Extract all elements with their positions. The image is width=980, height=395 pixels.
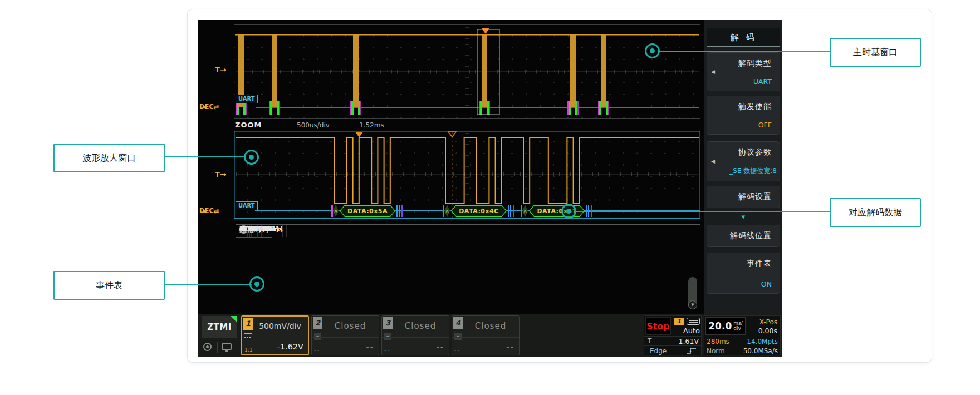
- divider: [644, 336, 701, 337]
- quick-tools: [202, 341, 237, 356]
- gesture-icon[interactable]: [203, 343, 212, 351]
- menu-item-3[interactable]: ◀协议参数_SE 数据位宽:8: [707, 141, 780, 181]
- frame-start-icon: ×: [522, 205, 528, 217]
- frame-stop-marker: [586, 205, 587, 217]
- decode-data-bubble: DATA:0x47: [529, 205, 585, 217]
- capture-window: 280ms: [707, 338, 729, 345]
- channel-offset: -1.62V: [277, 342, 303, 351]
- decode-menu-panel: 解 码 ▾ ◀解码类型UART触发使能OFF◀协议参数_SE 数据位宽:8解码设…: [704, 20, 782, 314]
- trigger-coupling-icon: [687, 318, 700, 325]
- brand-logo: ZTMI: [202, 316, 237, 338]
- frame-start-icon: ×: [333, 205, 339, 217]
- xpos-label: X-Pos: [759, 318, 777, 326]
- timebase-scale[interactable]: 20.0 ms/ div: [705, 317, 746, 335]
- divider: [242, 338, 308, 338]
- channel-4[interactable]: 4–Closed-.---: [452, 315, 520, 356]
- frame-stop-marker: [396, 205, 398, 217]
- channel-strip: 1500mV/div1:1-1.62V2–Closed-.---3–Closed…: [241, 315, 525, 356]
- display-icon[interactable]: [222, 343, 232, 350]
- menu-collapse-icon[interactable]: ▾: [704, 213, 782, 221]
- trigger-level-value: 1.61V: [679, 337, 699, 345]
- menu-item-1[interactable]: ◀解码类型UART: [707, 52, 780, 91]
- channel-offset: --: [437, 343, 444, 352]
- table-scrollbar[interactable]: ▼: [688, 277, 697, 309]
- channel-1[interactable]: 1500mV/div1:1-1.62V: [241, 315, 309, 356]
- menu-item-4[interactable]: 解码设置: [707, 186, 780, 208]
- trigger-level-label: T: [648, 337, 651, 345]
- decode-bubble-row: ×DATA:0x5A×DATA:0x4C×DATA:0x47: [198, 205, 782, 217]
- channel-2[interactable]: 2–Closed-.---: [311, 315, 379, 356]
- callout-zoom-window: 波形放大窗口: [53, 144, 165, 172]
- trigger-type: Edge: [650, 347, 667, 355]
- sample-rate: 50.0MSa/s: [743, 347, 778, 355]
- run-state-indicator[interactable]: Stop: [645, 317, 671, 335]
- event-cell: [236, 225, 243, 237]
- frame-start-icon: ×: [444, 205, 450, 217]
- callout-marker-event-table: [249, 276, 264, 292]
- oscilloscope-screen: T→ DEC⇄→ UART ZOOM 500us/div 1.52ms T→ D…: [198, 20, 782, 357]
- frame-idle-marker: [513, 205, 514, 217]
- channel-3[interactable]: 3–Closed-.---: [381, 315, 449, 356]
- divider: [382, 337, 449, 338]
- menu-item-2[interactable]: 触发使能OFF: [707, 96, 780, 135]
- menu-item-value: OFF: [758, 121, 772, 129]
- channel-number-badge: 1: [243, 318, 253, 330]
- page: T→ DEC⇄→ UART ZOOM 500us/div 1.52ms T→ D…: [0, 0, 980, 395]
- channel-number-badge: 3: [383, 317, 393, 329]
- submenu-arrow-icon: ◀: [711, 69, 715, 75]
- menu-item-label: 触发使能: [738, 102, 772, 112]
- frame-idle-marker: [401, 205, 403, 217]
- trigger-level-marker-zoom: T→: [215, 170, 226, 179]
- menu-item-label: 解码类型: [738, 58, 772, 68]
- callout-decode-data: 对应解码数据: [830, 198, 921, 227]
- submenu-arrow-icon: ◀: [711, 159, 715, 164]
- channel-scale: Closed: [465, 321, 516, 331]
- callout-event-table: 事件表: [53, 271, 165, 300]
- scroll-down-icon: ▼: [691, 303, 694, 307]
- event-table: B 序号 开始时间 结束时间 名称 数据 →1-136.850ms-136.75…: [236, 224, 700, 225]
- decode-data-text: DATA:0x4C: [459, 208, 499, 215]
- probe-ratio: -.-: [384, 348, 389, 353]
- menu-item-label: 协议参数: [738, 147, 772, 157]
- menu-item-label: 事件表: [747, 259, 772, 269]
- trigger-mode[interactable]: Auto: [672, 327, 700, 335]
- trigger-status-block: Stop 1 Auto T 1.61V Edge: [644, 315, 702, 356]
- channel-offset: --: [366, 343, 374, 352]
- frame-stop-marker: [588, 205, 589, 217]
- frame-stop-marker: [508, 205, 509, 217]
- rising-edge-icon: [685, 347, 698, 354]
- channel-scale: Closed: [395, 321, 445, 331]
- main-waveform-svg: [234, 25, 700, 118]
- channel-number-badge: 2: [313, 317, 322, 329]
- callout-marker-main-timebase: [645, 43, 660, 58]
- decode-data-bubble-inner: DATA:0x5A: [341, 206, 395, 216]
- zoom-offset-value: 1.52ms: [359, 121, 384, 129]
- zoom-window-title: ZOOM: [235, 121, 262, 129]
- icon-separator: [217, 342, 218, 353]
- callout-marker-decode-data: [561, 204, 576, 219]
- zoom-timebase-scale: 500us/div: [297, 121, 330, 129]
- unit-line2: div: [733, 326, 743, 331]
- menu-item-5[interactable]: 解码线位置: [707, 225, 780, 247]
- trigger-level-marker-main: T→: [215, 66, 226, 74]
- dec-arrow-icon: →: [200, 103, 206, 111]
- menu-item-value: ON: [761, 280, 772, 288]
- frame-start-marker: [521, 205, 522, 217]
- channel-off-icon: –: [384, 333, 391, 340]
- menu-item-6[interactable]: 事件表ON: [707, 253, 780, 294]
- timebase-unit: ms/ div: [733, 321, 743, 331]
- channel-offset: --: [507, 343, 514, 352]
- scroll-down-button[interactable]: ▼: [688, 300, 697, 309]
- timebase-status-block: 20.0 ms/ div X-Pos 0.00s 280ms 14.0Mpts …: [704, 315, 781, 356]
- divider: [452, 337, 519, 338]
- frame-idle-marker: [591, 205, 592, 217]
- menu-title: 解 码: [707, 28, 780, 47]
- menu-item-label: 解码线位置: [730, 231, 772, 241]
- channel-off-icon: –: [314, 333, 321, 340]
- run-state-text: Stop: [646, 321, 670, 332]
- frame-stop-marker: [510, 205, 511, 217]
- brand-text: ZTMI: [207, 322, 232, 332]
- menu-item-value: _SE 数据位宽:8: [729, 166, 777, 176]
- channel-scale: Closed: [325, 321, 375, 331]
- acquire-mode: Norm: [707, 347, 725, 355]
